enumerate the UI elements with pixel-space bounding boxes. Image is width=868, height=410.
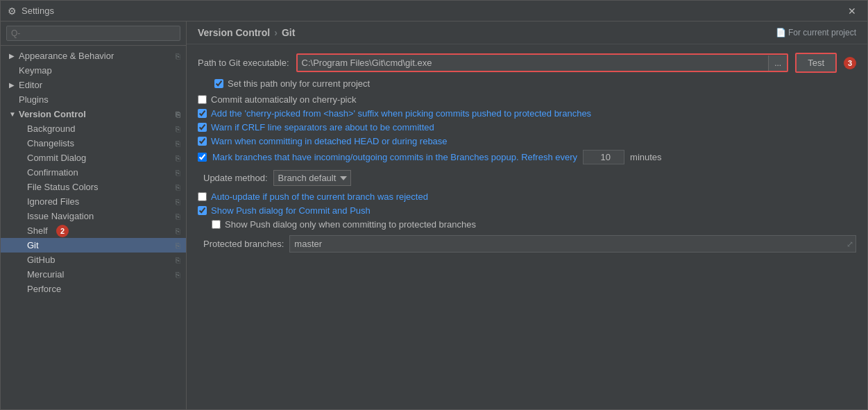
sidebar-item-label: Mercurial [27,269,64,280]
copy-icon: ⎘ [176,256,180,264]
path-input-wrapper: ... [296,53,789,72]
sidebar-item-label: Changelists [27,138,74,148]
sidebar-item-ignored-files[interactable]: Ignored Files ⎘ [1,194,186,209]
search-box [1,22,186,46]
sidebar-item-mercurial[interactable]: Mercurial ⎘ [1,267,186,282]
test-btn-wrapper: Test [795,53,837,73]
show-push-protected-row: Show Push dialog only when committing to… [198,219,856,230]
sidebar-item-label: Perforce [27,284,61,294]
arrow-icon: ▶ [9,81,16,89]
current-project-checkbox[interactable] [214,79,223,88]
sidebar-item-label: Version Control [19,109,86,119]
auto-update-row: Auto-update if push of the current branc… [198,191,856,202]
sidebar-item-label: Appearance & Behavior [19,51,114,61]
crlf-row: Warn if CRLF line separators are about t… [198,122,856,133]
breadcrumb: Version Control › Git 📄 For current proj… [187,22,867,44]
copy-icon: ⎘ [176,110,180,119]
show-push-row: Show Push dialog for Commit and Push [198,205,856,216]
current-project-row: Set this path only for current project [198,78,856,89]
detached-checkbox[interactable] [198,137,207,146]
expand-icon: ⤢ [846,239,853,249]
copy-icon: ⎘ [176,227,180,235]
show-push-protected-checkbox[interactable] [212,220,221,229]
sidebar-item-confirmation[interactable]: Confirmation ⎘ [1,165,186,180]
sidebar-item-label: Background [27,123,75,134]
arrow-icon: ▼ [9,110,16,118]
sidebar-item-label: GitHub [27,255,55,265]
show-push-protected-label: Show Push dialog only when committing to… [225,219,476,230]
copy-icon: ⎘ [176,125,180,133]
settings-window: ⚙ Settings ✕ ▶ Appearance & Behavior ⎘ K… [0,0,868,410]
update-method-select[interactable]: Branch default Merge Rebase [273,170,351,186]
current-project-label: Set this path only for current project [228,78,370,89]
browse-button[interactable]: ... [768,55,787,71]
form-area: Path to Git executable: ... Test 3 Set t… [187,44,867,409]
sidebar-item-version-control[interactable]: ▼ Version Control ⎘ [1,107,186,121]
sidebar-item-issue-navigation[interactable]: Issue Navigation ⎘ [1,209,186,223]
sidebar-item-appearance-behavior[interactable]: ▶ Appearance & Behavior ⎘ [1,49,186,63]
mark-branches-checkbox[interactable] [198,153,207,162]
sidebar-item-label: Confirmation [27,167,78,178]
copy-icon: ⎘ [176,52,180,60]
detached-label: Warn when committing in detached HEAD or… [211,136,448,146]
window-title: Settings [22,6,842,16]
sidebar-item-commit-dialog[interactable]: Commit Dialog ⎘ [1,151,186,165]
copy-icon: ⎘ [176,154,180,162]
sidebar-item-background[interactable]: Background ⎘ [1,121,186,136]
cherry-suffix-checkbox[interactable] [198,109,207,118]
copy-icon: ⎘ [176,139,180,148]
sidebar-item-file-status-colors[interactable]: File Status Colors ⎘ [1,180,186,194]
close-button[interactable]: ✕ [842,3,862,19]
auto-update-checkbox[interactable] [198,192,207,201]
breadcrumb-path: Version Control › Git [198,27,295,38]
auto-update-label: Auto-update if push of the current branc… [211,191,428,202]
minutes-label: minutes [630,152,662,162]
titlebar: ⚙ Settings ✕ [1,1,867,22]
cherry-pick-row: Commit automatically on cherry-pick [198,94,856,105]
breadcrumb-version-control: Version Control [198,27,270,38]
sidebar-item-git[interactable]: Git ⎘ [1,238,186,253]
copy-icon: ⎘ [176,169,180,177]
badge-3: 3 [844,57,856,69]
app-icon: ⚙ [6,6,17,17]
sidebar-item-perforce[interactable]: Perforce [1,282,186,296]
sidebar-item-editor[interactable]: ▶ Editor [1,78,186,92]
copy-icon: ⎘ [176,198,180,206]
show-push-label: Show Push dialog for Commit and Push [211,205,371,216]
sidebar-item-label: Issue Navigation [27,211,94,221]
sidebar-item-label: Git [27,240,39,250]
cherry-suffix-label: Add the 'cherry-picked from <hash>' suff… [211,108,591,119]
sidebar-item-github[interactable]: GitHub ⎘ [1,253,186,267]
path-input[interactable] [298,55,769,71]
copy-icon: ⎘ [176,183,180,191]
search-input[interactable] [6,26,180,41]
protected-branches-row: Protected branches: ⤢ [198,235,856,253]
sidebar-item-shelf[interactable]: Shelf ⎘ 2 [1,223,186,238]
cherry-picked-suffix-row: Add the 'cherry-picked from <hash>' suff… [198,108,856,119]
refresh-minutes-input[interactable] [583,150,624,164]
mark-branches-label: Mark branches that have incoming/outgoin… [212,152,577,162]
sidebar-item-plugins[interactable]: Plugins [1,92,186,107]
sidebar-item-label: Editor [19,80,42,90]
show-push-checkbox[interactable] [198,206,207,215]
cherry-pick-checkbox[interactable] [198,95,207,104]
nav-tree: ▶ Appearance & Behavior ⎘ Keymap ▶ Edito… [1,46,186,409]
cherry-pick-label: Commit automatically on cherry-pick [211,94,357,105]
crlf-checkbox[interactable] [198,123,207,132]
copy-icon: ⎘ [176,212,180,221]
sidebar-item-changelists[interactable]: Changelists ⎘ [1,136,186,151]
breadcrumb-separator: › [274,27,278,38]
sidebar-item-keymap[interactable]: Keymap [1,63,186,78]
protected-branches-input[interactable] [289,235,856,253]
crlf-label: Warn if CRLF line separators are about t… [211,122,434,133]
copy-icon: ⎘ [176,241,180,250]
sidebar-item-label: Plugins [19,94,49,105]
update-method-row: Update method: Branch default Merge Reba… [198,170,856,186]
detached-head-row: Warn when committing in detached HEAD or… [198,136,856,146]
sidebar-item-label: File Status Colors [27,182,99,192]
update-method-label: Update method: [198,173,268,183]
path-label: Path to Git executable: [198,58,289,68]
content-area: ▶ Appearance & Behavior ⎘ Keymap ▶ Edito… [1,22,867,409]
main-panel: Version Control › Git 📄 For current proj… [187,22,867,409]
test-button[interactable]: Test [797,54,835,71]
